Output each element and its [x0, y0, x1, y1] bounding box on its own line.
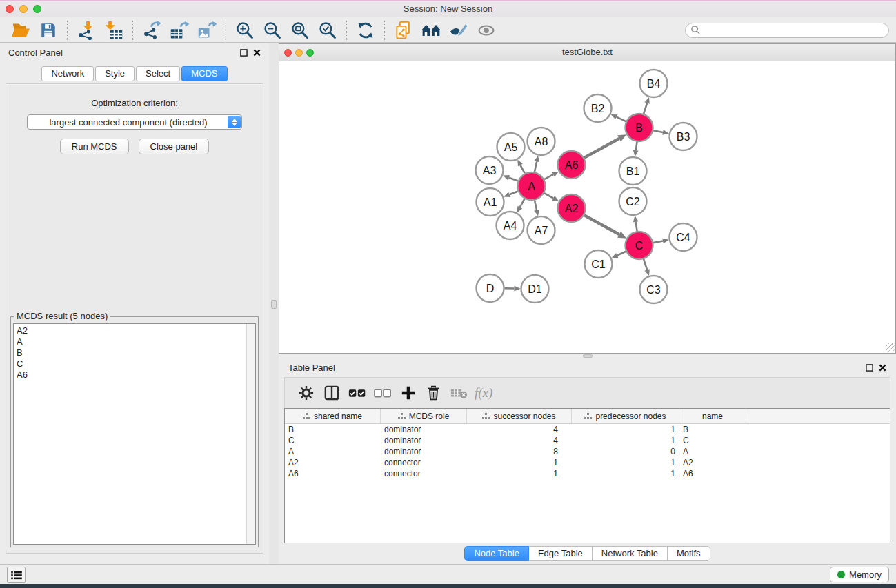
tab-network[interactable]: Network	[41, 66, 94, 81]
table-cell[interactable]: dominator	[381, 424, 467, 435]
horizontal-splitter[interactable]	[279, 354, 896, 358]
graph-edge[interactable]	[653, 241, 663, 243]
zoom-window-button[interactable]	[33, 5, 41, 13]
deselect-all-icon[interactable]	[370, 381, 395, 405]
table-cell[interactable]: dominator	[381, 446, 467, 457]
table-cell[interactable]: 4	[467, 424, 572, 435]
table-cell[interactable]: dominator	[381, 435, 467, 446]
table-cell[interactable]: A2	[679, 457, 746, 468]
mcds-result-list[interactable]: A2ABCA6	[13, 323, 256, 545]
float-panel-icon[interactable]	[866, 364, 873, 372]
network-minimize-button[interactable]	[295, 49, 303, 57]
table-cell[interactable]: 1	[467, 457, 572, 468]
table-cell[interactable]: A2	[285, 457, 381, 468]
tab-motifs[interactable]: Motifs	[668, 546, 710, 561]
table-cell[interactable]: B	[285, 424, 381, 435]
column-header-successor-nodes[interactable]: successor nodes	[467, 409, 572, 423]
table-cell[interactable]: connector	[381, 457, 467, 468]
clone-network-icon[interactable]	[390, 19, 417, 41]
open-file-icon[interactable]	[7, 19, 34, 41]
table-row[interactable]: Bdominator41B	[285, 424, 890, 435]
delete-table-icon[interactable]	[446, 381, 472, 405]
table-row[interactable]: A2connector11A2	[285, 457, 890, 468]
network-zoom-button[interactable]	[306, 49, 314, 57]
zoom-selected-icon[interactable]	[314, 19, 341, 41]
column-header-predecessor-nodes[interactable]: predecessor nodes	[572, 409, 679, 423]
tab-network-table[interactable]: Network Table	[593, 546, 668, 561]
tab-edge-table[interactable]: Edge Table	[529, 546, 593, 561]
graph-edge[interactable]	[520, 165, 524, 174]
network-close-button[interactable]	[284, 49, 292, 57]
list-scrollbar[interactable]	[246, 324, 255, 544]
graph-edge[interactable]	[644, 259, 647, 270]
column-header-MCDS-role[interactable]: MCDS role	[381, 409, 467, 423]
criterion-select[interactable]: largest connected component (directed)	[27, 114, 242, 130]
graph-edge[interactable]	[520, 199, 525, 207]
graph-edge[interactable]	[544, 193, 553, 198]
tab-select[interactable]: Select	[136, 66, 180, 81]
zoom-out-icon[interactable]	[259, 19, 286, 41]
table-cell[interactable]: 0	[572, 446, 679, 457]
import-table-icon[interactable]	[100, 19, 128, 41]
save-session-icon[interactable]	[34, 19, 62, 41]
tab-node-table[interactable]: Node Table	[464, 546, 529, 561]
graph-edge[interactable]	[653, 130, 663, 132]
hide-selected-icon[interactable]	[445, 19, 472, 41]
float-panel-icon[interactable]	[240, 49, 248, 57]
graph-edge[interactable]	[636, 222, 637, 231]
network-graph[interactable]: AA1A2A3A4A5A6A7A8BB1B2B3B4CC1C2C3C4DD1	[279, 61, 895, 353]
mcds-result-item[interactable]: C	[17, 358, 255, 369]
graph-edge[interactable]	[510, 192, 518, 195]
search-input[interactable]	[685, 23, 889, 38]
graph-edge[interactable]	[636, 142, 637, 151]
tab-mcds[interactable]: MCDS	[181, 66, 227, 81]
minimize-window-button[interactable]	[19, 5, 28, 13]
table-cell[interactable]: C	[679, 435, 746, 446]
table-cell[interactable]: 4	[467, 435, 572, 446]
table-cell[interactable]: 1	[467, 468, 572, 479]
table-row[interactable]: A6connector11A6	[285, 468, 890, 479]
mcds-result-item[interactable]: B	[17, 347, 255, 358]
table-row[interactable]: Cdominator41C	[285, 435, 890, 446]
first-neighbors-icon[interactable]	[417, 19, 445, 41]
refresh-icon[interactable]	[352, 19, 379, 41]
zoom-in-icon[interactable]	[231, 19, 259, 41]
table-cell[interactable]: 1	[572, 468, 679, 479]
mcds-result-item[interactable]: A	[17, 336, 255, 347]
graph-edge[interactable]	[617, 117, 626, 121]
graph-edge[interactable]	[544, 174, 553, 179]
splitter-grabber-icon[interactable]	[583, 354, 593, 358]
graph-edge[interactable]	[644, 103, 647, 114]
panel-splitter[interactable]	[269, 43, 279, 564]
column-selector-icon[interactable]	[319, 381, 344, 405]
column-header-name[interactable]: name	[679, 409, 746, 423]
graph-edge[interactable]	[617, 252, 626, 256]
select-all-icon[interactable]	[344, 381, 370, 405]
graph-edge[interactable]	[535, 161, 537, 172]
splitter-grabber-icon[interactable]	[271, 300, 277, 309]
table-cell[interactable]: 8	[467, 446, 572, 457]
table-cell[interactable]: 1	[572, 435, 679, 446]
table-cell[interactable]: B	[679, 424, 746, 435]
table-cell[interactable]: 1	[572, 424, 679, 435]
show-all-icon[interactable]	[472, 19, 500, 41]
export-network-icon[interactable]	[138, 19, 166, 41]
table-settings-icon[interactable]	[293, 381, 319, 405]
network-canvas[interactable]: AA1A2A3A4A5A6A7A8BB1B2B3B4CC1C2C3C4DD1	[279, 61, 895, 353]
graph-edge[interactable]	[584, 215, 619, 234]
graph-edge[interactable]	[509, 178, 518, 181]
graph-edge[interactable]	[584, 139, 619, 158]
table-cell[interactable]: A6	[285, 468, 381, 479]
import-network-icon[interactable]	[72, 19, 100, 41]
table-cell[interactable]: A6	[679, 468, 746, 479]
mcds-result-item[interactable]: A2	[17, 325, 255, 336]
tab-style[interactable]: Style	[95, 66, 135, 81]
panel-list-button[interactable]	[7, 567, 26, 583]
mcds-result-item[interactable]: A6	[17, 369, 255, 381]
export-table-icon[interactable]	[166, 19, 193, 41]
delete-column-icon[interactable]	[421, 381, 446, 405]
table-cell[interactable]: A	[285, 446, 381, 457]
memory-button[interactable]: Memory	[830, 567, 889, 582]
add-column-icon[interactable]	[395, 381, 421, 405]
table-cell[interactable]: 1	[572, 457, 679, 468]
